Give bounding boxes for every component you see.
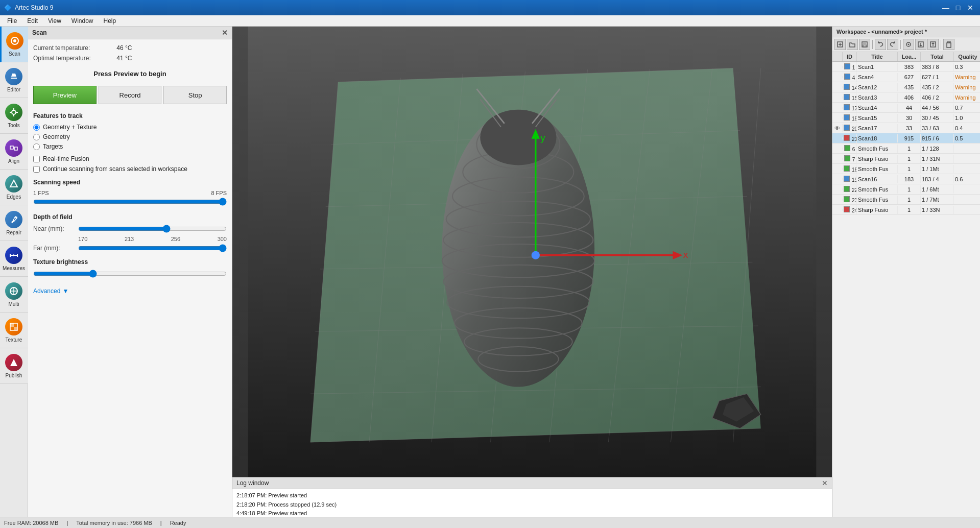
menu-window[interactable]: Window	[66, 16, 99, 26]
ws-cell-color: 23	[843, 195, 857, 204]
sidebar-item-measures[interactable]: Measures	[0, 241, 28, 277]
titlebar: 🔷 Artec Studio 9 — □ ✕	[0, 0, 980, 15]
feature-targets-radio[interactable]	[33, 143, 40, 150]
table-row[interactable]: 19 Scan16 183 183 / 4 0.6	[832, 174, 980, 184]
maximize-button[interactable]: □	[952, 3, 964, 13]
ws-cell-title: Scan18	[857, 134, 898, 142]
menu-file[interactable]: File	[2, 16, 22, 26]
near-mark-2: 256	[171, 236, 180, 242]
continue-scanning-checkbox[interactable]	[33, 166, 40, 173]
ws-cell-total: 183 / 4	[921, 175, 954, 183]
sidebar-item-repair[interactable]: Repair	[0, 205, 28, 241]
ws-open-button[interactable]	[847, 39, 858, 50]
ws-col-title[interactable]: Title	[857, 52, 898, 61]
stop-button[interactable]: Stop	[163, 86, 227, 104]
minimize-button[interactable]: —	[940, 3, 951, 13]
sidebar-item-publish[interactable]: Publish	[0, 348, 28, 384]
near-slider[interactable]	[78, 225, 227, 233]
ws-col-total[interactable]: Total	[921, 52, 954, 61]
svg-marker-80	[931, 42, 935, 44]
svg-rect-9	[14, 147, 17, 150]
ws-cell-total: 1 / 6Mt	[921, 185, 954, 194]
table-row[interactable]: 23 Smooth Fus 1 1 / 7Mt	[832, 195, 980, 205]
ws-cell-color: 19	[843, 175, 857, 184]
menu-help[interactable]: Help	[99, 16, 122, 26]
log-close-button[interactable]: ✕	[822, 479, 828, 487]
feature-geometry-radio[interactable]	[33, 134, 40, 140]
table-row[interactable]: 👁 20 Scan17 33 33 / 63 0.4	[832, 123, 980, 133]
ws-cell-title: Scan17	[857, 124, 898, 132]
optimal-temp-value: 41 °C	[116, 55, 132, 62]
ws-undo-button[interactable]	[875, 39, 886, 50]
repair-icon	[5, 211, 22, 228]
scanning-speed-label: Scanning speed	[33, 179, 227, 186]
ws-col-id[interactable]: ID	[843, 52, 857, 61]
table-row[interactable]: 16 Smooth Fus 1 1 / 1Mt	[832, 164, 980, 174]
table-row[interactable]: 6 Smooth Fus 1 1 / 128	[832, 143, 980, 154]
ws-id: 21	[852, 136, 857, 142]
status-separator-2: |	[160, 520, 162, 526]
near-row: Near (mm):	[33, 225, 227, 233]
feature-geometry-label[interactable]: Geometry	[43, 133, 70, 140]
color-indicator	[844, 206, 850, 212]
app-title: Artec Studio 9	[15, 4, 53, 11]
close-button[interactable]: ✕	[965, 3, 976, 13]
realtime-fusion-checkbox[interactable]	[33, 156, 40, 162]
ws-cell-eye	[832, 76, 843, 78]
ws-cell-total: 1 / 128	[921, 145, 954, 153]
sidebar-item-align[interactable]: Align	[0, 134, 28, 170]
log-entry-0: 2:18:07 PM: Preview started	[236, 491, 828, 500]
table-row[interactable]: 15 Scan13 406 406 / 2 Warning	[832, 92, 980, 103]
ws-view-button[interactable]	[903, 39, 914, 50]
ws-delete-button[interactable]	[943, 39, 954, 50]
panel-close-button[interactable]: ✕	[222, 29, 228, 37]
preview-button[interactable]: Preview	[33, 86, 97, 104]
ws-new-button[interactable]	[834, 39, 846, 50]
table-row[interactable]: 7 Sharp Fusio 1 1 / 31N	[832, 154, 980, 164]
scanning-speed-slider[interactable]	[33, 198, 227, 206]
ws-redo-button[interactable]	[887, 39, 898, 50]
ws-cell-load: 1	[898, 196, 921, 204]
table-row[interactable]: 24 Sharp Fusio 1 1 / 33N	[832, 205, 980, 215]
feature-targets-label[interactable]: Targets	[43, 143, 63, 150]
record-button[interactable]: Record	[99, 86, 162, 104]
texture-brightness-slider[interactable]	[33, 270, 227, 278]
ws-col-load[interactable]: Loa...	[898, 52, 921, 61]
svg-point-12	[15, 217, 17, 219]
menu-view[interactable]: View	[43, 16, 66, 26]
sidebar-item-tools[interactable]: Tools	[0, 98, 28, 134]
feature-geom-texture-label[interactable]: Geometry + Texture	[43, 124, 97, 131]
table-row[interactable]: 14 Scan12 435 435 / 2 Warning	[832, 82, 980, 92]
menu-edit[interactable]: Edit	[22, 16, 43, 26]
sidebar-item-editor[interactable]: Editor	[0, 62, 28, 98]
advanced-link[interactable]: Advanced ▼	[33, 287, 227, 295]
table-row[interactable]: 1 Scan1 383 383 / 8 0.3	[832, 62, 980, 72]
table-row[interactable]: 18 Scan15 30 30 / 45 1.0	[832, 113, 980, 123]
statusbar: Free RAM: 20068 MB | Total memory in use…	[0, 517, 980, 528]
sidebar-item-texture[interactable]: Texture	[0, 313, 28, 348]
ws-cell-eye	[832, 148, 843, 150]
sidebar-item-multi[interactable]: Multi	[0, 277, 28, 313]
ws-cell-eye	[832, 86, 843, 88]
ws-save-button[interactable]	[859, 39, 870, 50]
sidebar-item-edges[interactable]: Edges	[0, 170, 28, 205]
table-row[interactable]: 17 Scan14 44 44 / 56 0.7	[832, 103, 980, 113]
ws-id: 17	[852, 106, 857, 111]
sidebar-item-scan[interactable]: Scan	[0, 27, 28, 62]
ws-id: 18	[852, 116, 857, 122]
ws-export-button[interactable]	[927, 39, 939, 50]
continue-scanning-label[interactable]: Continue scanning from scans selected in…	[43, 165, 187, 173]
ws-import-button[interactable]	[915, 39, 926, 50]
ws-cell-color: 22	[843, 185, 857, 194]
viewport-3d-main[interactable]: y x	[232, 27, 832, 477]
ws-cell-load: 1	[898, 206, 921, 214]
realtime-fusion-label[interactable]: Real-time Fusion	[43, 155, 89, 162]
table-row[interactable]: 21 Scan18 915 915 / 6 0.5	[832, 133, 980, 143]
svg-text:y: y	[540, 132, 545, 143]
table-row[interactable]: 22 Smooth Fus 1 1 / 6Mt	[832, 184, 980, 195]
table-row[interactable]: 4 Scan4 627 627 / 1 Warning	[832, 72, 980, 82]
far-slider[interactable]	[78, 244, 227, 252]
ws-cell-quality: Warning	[954, 93, 980, 102]
ws-col-quality[interactable]: Quality	[954, 52, 980, 61]
feature-geom-texture-radio[interactable]	[33, 124, 40, 131]
